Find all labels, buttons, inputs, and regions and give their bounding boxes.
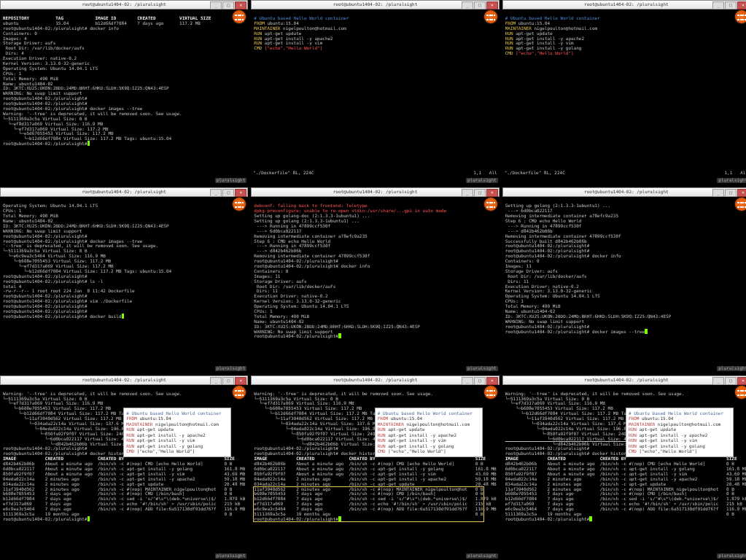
window-title: root@ubuntu1404-02: /pluralsight [333,378,418,383]
pluralsight-watermark: pluralsight [717,366,746,371]
window-titlebar[interactable]: root@ubuntu1404-02: /pluralsight _□× [251,0,499,9]
minimize-button[interactable]: _ [712,1,724,9]
close-button[interactable]: × [486,1,498,9]
ubuntu-logo-icon [484,198,497,211]
close-button[interactable]: × [737,1,746,9]
maximize-button[interactable]: □ [222,377,234,385]
window-titlebar[interactable]: root@ubuntu1404-02: /pluralsight _□× [502,0,746,9]
close-button[interactable]: × [235,377,246,385]
maximize-button[interactable]: □ [725,189,737,197]
vim-editor[interactable]: # Ubuntu based Hello World container FRO… [252,15,498,52]
terminal-output[interactable]: REPOSITORY TAG IMAGE ID CREATED VIRTUAL … [1,15,247,148]
ubuntu-logo-icon [484,386,497,399]
window-title: root@ubuntu1404-02: /pluralsight [584,2,669,7]
ubuntu-logo-icon [735,198,746,211]
ubuntu-logo-icon [735,10,746,23]
window-titlebar[interactable]: root@ubuntu1404-02: /pluralsight _□× [251,376,499,385]
vim-statusbar: "./Dockerfile" 8L, 224C1,1 All [505,171,746,176]
window-titlebar[interactable]: root@ubuntu1404-02: /pluralsight _□× [0,376,248,385]
window-title: root@ubuntu1404-02: /pluralsight [82,2,166,7]
terminal-output[interactable]: debconf: falling back to frontend: Telet… [252,202,498,341]
maximize-button[interactable]: □ [474,1,486,9]
minimize-button[interactable]: _ [210,377,222,385]
maximize-button[interactable]: □ [222,1,234,9]
close-button[interactable]: × [486,189,498,197]
pluralsight-watermark: pluralsight [466,178,498,183]
vim-editor[interactable]: # Ubuntu based Hello World container FRO… [503,15,746,58]
close-button[interactable]: × [235,1,246,9]
close-button[interactable]: × [737,377,746,385]
minimize-button[interactable]: _ [462,1,473,9]
window-title: root@ubuntu1404-02: /pluralsight [82,378,166,383]
pluralsight-watermark: pluralsight [215,178,247,183]
terminal-pane-1: root@ubuntu1404-02: /pluralsight _ □ × R… [0,0,248,184]
screenshot-grid: root@ubuntu1404-02: /pluralsight _ □ × R… [0,0,746,560]
terminal-output[interactable]: Operating System: Ubuntu 14.04.1 LTS CPU… [1,202,247,320]
highlight-box [253,486,484,522]
minimize-button[interactable]: _ [462,377,473,385]
pluralsight-watermark: pluralsight [215,553,247,559]
maximize-button[interactable]: □ [474,377,486,385]
terminal-pane-7: root@ubuntu1404-02: /pluralsight _□× War… [0,376,248,560]
window-title: root@ubuntu1404-02: /pluralsight [584,378,669,383]
vim-statusbar: "./Dockerfile" 8L, 224C1,1 All [253,171,497,176]
window-titlebar[interactable]: root@ubuntu1404-02: /pluralsight _□× [502,187,746,197]
terminal-pane-8: root@ubuntu1404-02: /pluralsight _□× War… [251,376,499,560]
window-titlebar[interactable]: root@ubuntu1404-02: /pluralsight _□× [502,376,746,385]
dockerfile-inset-popup: # Ubuntu based Hello World containerFROM… [375,408,483,457]
window-titlebar[interactable]: root@ubuntu1404-02: /pluralsight _ □ × [0,0,248,9]
minimize-button[interactable]: _ [712,189,724,197]
pluralsight-watermark: pluralsight [466,553,498,559]
window-title: root@ubuntu1404-02: /pluralsight [333,190,418,195]
ubuntu-logo-icon [484,10,497,23]
terminal-output[interactable]: Setting up golang (2:1.3.3-1ubuntu1) ...… [503,202,746,335]
close-button[interactable]: × [737,189,746,197]
window-title: root@ubuntu1404-02: /pluralsight [82,190,166,195]
pluralsight-watermark: pluralsight [466,366,498,371]
close-button[interactable]: × [235,189,246,197]
terminal-pane-3: root@ubuntu1404-02: /pluralsight _□× # U… [502,0,746,184]
maximize-button[interactable]: □ [725,377,737,385]
dockerfile-inset-popup: # Ubuntu based Hello World containerFROM… [123,408,231,457]
pluralsight-watermark: pluralsight [717,178,746,183]
minimize-button[interactable]: _ [712,377,724,385]
window-title: root@ubuntu1404-02: /pluralsight [333,2,418,7]
pluralsight-watermark: pluralsight [215,366,247,371]
terminal-pane-6: root@ubuntu1404-02: /pluralsight _□× Set… [502,187,746,372]
close-button[interactable]: × [486,377,498,385]
minimize-button[interactable]: _ [210,189,222,197]
maximize-button[interactable]: □ [725,1,737,9]
maximize-button[interactable]: □ [474,189,486,197]
window-title: root@ubuntu1404-02: /pluralsight [584,190,669,195]
ubuntu-logo-icon [735,386,746,399]
terminal-pane-5: root@ubuntu1404-02: /pluralsight _□× deb… [251,187,499,372]
maximize-button[interactable]: □ [222,189,234,197]
dockerfile-inset-popup: # Ubuntu based Hello World containerFROM… [626,408,734,457]
window-buttons: _ □ × [210,1,246,9]
ubuntu-logo-icon [233,386,246,399]
window-titlebar[interactable]: root@ubuntu1404-02: /pluralsight _□× [0,187,248,197]
terminal-pane-4: root@ubuntu1404-02: /pluralsight _□× Ope… [0,187,248,372]
pluralsight-watermark: pluralsight [717,553,746,559]
minimize-button[interactable]: _ [462,189,473,197]
minimize-button[interactable]: _ [210,1,222,9]
terminal-pane-2: root@ubuntu1404-02: /pluralsight _□× # U… [251,0,499,184]
terminal-pane-9: root@ubuntu1404-02: /pluralsight _□× War… [502,376,746,560]
window-titlebar[interactable]: root@ubuntu1404-02: /pluralsight _□× [251,187,499,197]
